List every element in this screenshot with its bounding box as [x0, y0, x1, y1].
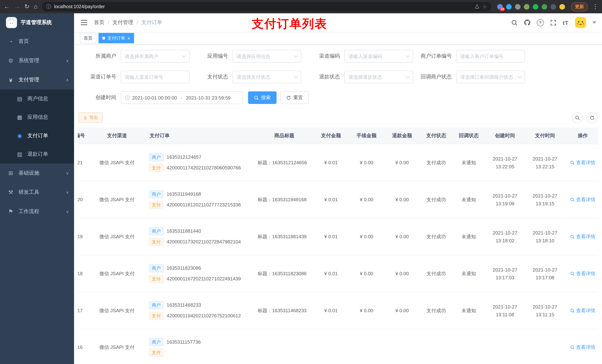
sidebar-item-home[interactable]: ◔ 首页 [0, 32, 74, 51]
help-icon[interactable]: ? [537, 19, 544, 26]
tab-pay-order[interactable]: 支付订单 × [98, 33, 134, 43]
breadcrumb-separator: / [108, 20, 109, 26]
extension-drop-icon[interactable] [506, 4, 512, 10]
close-icon[interactable]: × [127, 36, 130, 41]
refresh-table-icon[interactable] [586, 112, 598, 123]
app-select[interactable] [233, 50, 301, 62]
app-shell: 芋道管理系统 ◔ 首页 ⚙ 系统管理 ∨ ¥ 支付管理 ∧ ▤ 商户信息 [0, 13, 602, 364]
breadcrumb-payment[interactable]: 支付管理 [113, 19, 133, 26]
back-icon[interactable]: ← [4, 4, 10, 10]
search-icon[interactable] [511, 20, 517, 26]
sidebar-item-workflow[interactable]: ⚑ 工作流程 ∨ [0, 202, 74, 221]
channel-order-no-field[interactable] [121, 71, 190, 83]
pay-status-cell: 支付成功 [420, 255, 452, 292]
forward-icon[interactable]: → [14, 4, 20, 10]
sidebar-item-infra[interactable]: ⊞ 基础设施 ∨ [0, 164, 74, 183]
notify-status-select[interactable] [456, 71, 525, 83]
extension-palette-icon[interactable]: 10 [497, 4, 503, 10]
view-detail-link[interactable]: 查看详情 [570, 344, 595, 351]
user-avatar[interactable] [575, 17, 586, 28]
share-icon[interactable] [475, 4, 480, 9]
search-button[interactable]: 搜索 [248, 91, 277, 104]
sidebar-item-pay-order[interactable]: ◉ 支付订单 [0, 126, 74, 145]
refund-status-input[interactable] [348, 74, 404, 80]
actions-cell: 查看详情 [565, 144, 598, 181]
breadcrumb-home[interactable]: 首页 [94, 19, 104, 26]
view-detail-link[interactable]: 查看详情 [570, 159, 595, 166]
filter-label: 渠道订单号 [78, 74, 121, 80]
channel-order-line: 支付 4200001174202110278060590766 [149, 164, 254, 172]
owner-input[interactable] [125, 53, 180, 59]
user-menu-caret-icon[interactable] [592, 21, 596, 24]
sidebar-item-refund-order[interactable]: ▥ 退款订单 [0, 145, 74, 164]
reload-icon[interactable]: ↻ [24, 4, 29, 10]
refund-amount-cell: ¥ 0.00 [384, 255, 420, 292]
channel-order-no-input[interactable] [125, 74, 185, 80]
sidebar-item-devtools[interactable]: ⚒ 研发工具 ∨ [0, 183, 74, 202]
filter-app: 应用编号 [190, 50, 301, 62]
home-icon[interactable]: ⌂ [34, 4, 37, 10]
sidebar-item-app-info[interactable]: ▦ 应用信息 [0, 108, 74, 126]
bookmark-star-icon[interactable]: ☆ [483, 4, 487, 10]
merchant-tag: 商户 [149, 190, 164, 198]
extension-pin-icon[interactable] [550, 4, 556, 10]
tab-label: 支付订单 [107, 35, 125, 41]
sidebar-item-system[interactable]: ⚙ 系统管理 ∨ [0, 51, 74, 70]
table-toolbar: 导出 [78, 112, 598, 123]
merchant-order-no-field[interactable] [456, 50, 525, 62]
table-row: 18 微信 JSAPI 支付 商户 1635311823086 支付 42000… [78, 255, 598, 292]
hamburger-icon[interactable] [80, 19, 88, 27]
pay-channel-cell: 微信 JSAPI 支付 [90, 292, 144, 329]
site-info-icon[interactable]: ⓘ [46, 3, 51, 10]
channel-order-line: 支付 4200001194202110276752100612 [149, 312, 254, 320]
extension-circle-green-icon[interactable] [524, 4, 529, 10]
fee-amount-cell: ¥ 0.00 [349, 292, 384, 329]
view-detail-link[interactable]: 查看详情 [570, 196, 595, 203]
search-button-label: 搜索 [261, 94, 271, 101]
fullscreen-icon[interactable] [550, 20, 557, 26]
view-detail-link[interactable]: 查看详情 [570, 307, 595, 314]
col-pay-status: 支付状态 [420, 128, 452, 144]
channel-code-select[interactable] [344, 50, 413, 62]
orders-table-wrapper: 编号 支付渠道 支付订单 商品标题 支付金额 手续金额 退款金额 支付状态 回调… [78, 128, 598, 364]
pay-amount-cell: ¥ 0.01 [313, 144, 349, 181]
reset-button-label: 重置 [293, 94, 303, 101]
menu-dots-icon[interactable]: ⋮ [592, 4, 598, 10]
pay-order-cell: 商户 1635311823086 支付 42000011672021102710… [144, 255, 256, 292]
sidebar-item-payment[interactable]: ¥ 支付管理 ∧ [0, 70, 74, 90]
app-logo[interactable]: 芋道管理系统 [0, 13, 74, 32]
filter-merchant-order-no: 商户订单编号 [413, 50, 525, 62]
create-time-range-picker[interactable]: 2021-10-01 00:00:00 - 2021-10-31 23:59:5… [121, 91, 243, 104]
tab-home[interactable]: 首页 [80, 33, 96, 43]
extension-circle-gray-icon[interactable] [515, 4, 521, 10]
font-size-icon[interactable]: tT [563, 20, 569, 26]
github-icon[interactable] [524, 19, 531, 26]
extension-face-icon[interactable] [559, 4, 565, 10]
merchant-order-no: 1635311157736 [167, 338, 201, 347]
update-button[interactable]: 更新 [571, 2, 588, 11]
sidebar-item-merchant-info[interactable]: ▤ 商户信息 [0, 90, 74, 108]
pay-status-input[interactable] [236, 74, 292, 80]
flag-icon: ⚑ [7, 208, 14, 215]
extension-chat-icon[interactable] [542, 4, 547, 10]
channel-code-input[interactable] [348, 53, 404, 59]
reset-button[interactable]: 重置 [280, 91, 309, 104]
app-input[interactable] [236, 53, 292, 59]
toggle-search-icon[interactable] [572, 112, 583, 123]
notify-status-cell: 未通知 [452, 218, 485, 255]
refund-status-select[interactable] [344, 71, 413, 83]
chevron-down-icon: ∨ [66, 209, 69, 214]
sidebar-item-label: 支付订单 [27, 132, 48, 139]
merchant-order-no-input[interactable] [460, 53, 521, 59]
address-bar[interactable]: ⓘ localhost:1024/pay/order ☆ [42, 2, 491, 11]
export-button[interactable]: 导出 [78, 113, 103, 123]
owner-select[interactable] [121, 50, 190, 62]
sidebar-item-label: 商户信息 [27, 95, 48, 102]
notify-status-input[interactable] [460, 74, 516, 80]
extension-check-icon[interactable] [533, 4, 538, 10]
view-detail-link[interactable]: 查看详情 [570, 270, 595, 277]
pay-status-select[interactable] [233, 71, 301, 83]
view-detail-link[interactable]: 查看详情 [570, 233, 595, 240]
pay-time-cell: 2021-10-27 13:17:08 [525, 255, 565, 292]
pay-channel-cell: 微信 JSAPI 支付 [90, 329, 144, 364]
